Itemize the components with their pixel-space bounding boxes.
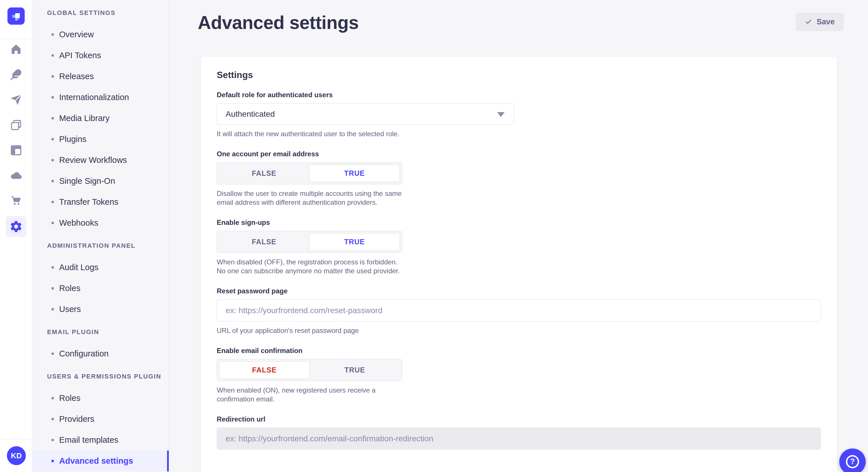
- one-account-toggle: FALSE TRUE: [217, 162, 402, 184]
- chevron-down-icon: [497, 112, 505, 117]
- bullet-icon: [51, 33, 54, 36]
- default-role-select[interactable]: Authenticated: [217, 103, 514, 125]
- bullet-icon: [51, 117, 54, 120]
- sidebar-item-review-workflows[interactable]: Review Workflows: [32, 150, 169, 171]
- email-confirmation-false-option[interactable]: FALSE: [219, 361, 310, 379]
- bullet-icon: [51, 418, 54, 420]
- strapi-logo[interactable]: [7, 7, 25, 25]
- sidebar-item-admin-roles[interactable]: Roles: [32, 278, 169, 299]
- media-library-icon[interactable]: [10, 119, 22, 131]
- page-title: Advanced settings: [198, 12, 359, 33]
- question-icon: ?: [846, 455, 859, 468]
- sidebar-item-up-roles[interactable]: Roles: [32, 388, 169, 409]
- sidebar-item-internationalization[interactable]: Internationalization: [32, 87, 169, 108]
- redirection-url-input: [217, 428, 821, 450]
- email-confirmation-toggle: FALSE TRUE: [217, 359, 402, 381]
- sidebar-item-providers[interactable]: Providers: [32, 409, 169, 430]
- field-one-account: One account per email address FALSE TRUE…: [217, 150, 821, 207]
- default-role-label: Default role for authenticated users: [217, 91, 821, 99]
- one-account-hint: Disallow the user to create multiple acc…: [217, 189, 405, 207]
- default-role-hint: It will attach the new authenticated use…: [217, 129, 821, 138]
- bullet-icon: [51, 460, 54, 462]
- sidebar-item-configuration[interactable]: Configuration: [32, 343, 169, 364]
- bullet-icon: [51, 308, 54, 310]
- sign-ups-label: Enable sign-ups: [217, 218, 821, 227]
- sidebar-item-plugins[interactable]: Plugins: [32, 129, 169, 150]
- bullet-icon: [51, 54, 54, 57]
- default-role-value: Authenticated: [226, 109, 275, 119]
- bullet-icon: [51, 266, 54, 269]
- bullet-icon: [51, 287, 54, 290]
- rail-divider: [0, 39, 32, 39]
- redirection-url-label: Redirection url: [217, 415, 821, 424]
- sidebar-item-releases[interactable]: Releases: [32, 66, 169, 87]
- bullet-icon: [51, 180, 54, 182]
- rail-divider: [0, 439, 32, 440]
- help-button[interactable]: ?: [839, 448, 866, 472]
- email-confirmation-hint: When enabled (ON), new registered users …: [217, 386, 405, 403]
- sign-ups-false-option[interactable]: FALSE: [219, 233, 309, 250]
- field-email-confirmation: Enable email confirmation FALSE TRUE Whe…: [217, 346, 821, 403]
- bullet-icon: [51, 439, 54, 441]
- bullet-icon: [51, 75, 54, 78]
- sidebar-item-advanced-settings[interactable]: Advanced settings: [32, 450, 169, 471]
- sidebar-item-single-sign-on[interactable]: Single Sign-On: [32, 171, 169, 192]
- content-feather-icon[interactable]: [10, 68, 22, 81]
- main-content: Advanced settings Save Settings Default …: [169, 0, 868, 472]
- cloud-icon[interactable]: [10, 169, 22, 182]
- section-title-global-settings: GLOBAL SETTINGS: [47, 9, 169, 16]
- settings-card: Settings Default role for authenticated …: [200, 57, 837, 472]
- user-avatar[interactable]: KD: [7, 446, 26, 465]
- settings-gear-icon[interactable]: [6, 216, 26, 237]
- sidebar-item-users[interactable]: Users: [32, 299, 169, 320]
- icon-rail: KD: [0, 0, 32, 472]
- marketplace-cart-icon[interactable]: [10, 194, 22, 207]
- section-title-users-permissions-plugin: USERS & PERMISSIONS PLUGIN: [47, 373, 169, 380]
- check-icon: [805, 18, 812, 26]
- reset-password-input[interactable]: [217, 299, 821, 322]
- field-default-role: Default role for authenticated users Aut…: [217, 91, 821, 138]
- sidebar-item-overview[interactable]: Overview: [32, 24, 169, 45]
- settings-sidebar: GLOBAL SETTINGS Overview API Tokens Rele…: [32, 0, 169, 472]
- field-sign-ups: Enable sign-ups FALSE TRUE When disabled…: [217, 218, 821, 275]
- layout-icon[interactable]: [10, 144, 22, 157]
- sidebar-item-audit-logs[interactable]: Audit Logs: [32, 257, 169, 278]
- bullet-icon: [51, 222, 54, 224]
- bullet-icon: [51, 397, 54, 400]
- send-icon[interactable]: [10, 94, 22, 106]
- bullet-icon: [51, 352, 54, 355]
- sidebar-item-webhooks[interactable]: Webhooks: [32, 212, 169, 233]
- one-account-false-option[interactable]: FALSE: [219, 165, 309, 182]
- email-confirmation-label: Enable email confirmation: [217, 346, 821, 355]
- settings-heading: Settings: [217, 57, 821, 80]
- one-account-label: One account per email address: [217, 150, 821, 158]
- home-icon[interactable]: [10, 43, 22, 56]
- sidebar-item-media-library[interactable]: Media Library: [32, 108, 169, 129]
- sidebar-item-email-templates[interactable]: Email templates: [32, 430, 169, 450]
- bullet-icon: [51, 96, 54, 99]
- sidebar-item-api-tokens[interactable]: API Tokens: [32, 45, 169, 66]
- one-account-true-option[interactable]: TRUE: [309, 165, 400, 182]
- bullet-icon: [51, 138, 54, 140]
- section-title-email-plugin: EMAIL PLUGIN: [47, 328, 169, 336]
- reset-password-label: Reset password page: [217, 287, 821, 295]
- email-confirmation-true-option[interactable]: TRUE: [310, 361, 400, 379]
- field-redirection-url: Redirection url: [217, 415, 821, 450]
- sign-ups-hint: When disabled (OFF), the registration pr…: [217, 258, 405, 275]
- sidebar-item-transfer-tokens[interactable]: Transfer Tokens: [32, 192, 169, 212]
- sign-ups-true-option[interactable]: TRUE: [309, 233, 400, 250]
- save-button[interactable]: Save: [796, 13, 844, 31]
- sign-ups-toggle: FALSE TRUE: [217, 231, 402, 253]
- section-title-administration-panel: ADMINISTRATION PANEL: [47, 242, 169, 249]
- bullet-icon: [51, 159, 54, 162]
- bullet-icon: [51, 201, 54, 203]
- field-reset-password: Reset password page URL of your applicat…: [217, 287, 821, 335]
- reset-password-hint: URL of your application's reset password…: [217, 326, 821, 335]
